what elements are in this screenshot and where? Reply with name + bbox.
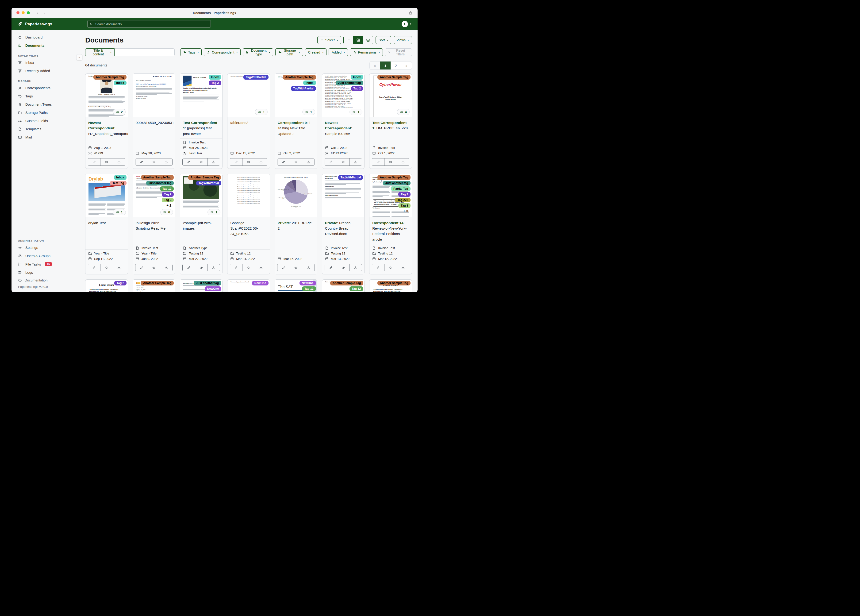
view-document-button[interactable] [384, 159, 397, 165]
sidebar-item-mail[interactable]: Mail [11, 133, 80, 141]
document-card[interactable]: French Country BreadFor the LeavenMake t… [322, 174, 365, 274]
page-button-«[interactable]: « [370, 61, 380, 69]
filter-added-button[interactable]: Added▾ [329, 48, 348, 56]
title-content-dropdown-button[interactable]: Title & content▾ [85, 48, 115, 56]
filter-correspondent-button[interactable]: Correspondent▾ [204, 48, 240, 56]
tag-pill[interactable]: Tag 2 [351, 86, 363, 91]
minimize-window-button[interactable] [22, 11, 25, 14]
download-document-button[interactable] [113, 159, 125, 165]
tag-pill[interactable]: Inbox [114, 80, 126, 85]
tag-pill[interactable]: Another Sample Tag [377, 281, 411, 286]
comments-badge[interactable]: 1 [302, 109, 315, 115]
document-correspondent[interactable]: Test Correspondent 1 [372, 121, 406, 130]
sidebar-item-settings[interactable]: Settings [11, 244, 80, 251]
document-card[interactable]: Another Sample TagTagWithPartial12sample… [180, 174, 223, 274]
tag-pill[interactable]: Inbox [351, 75, 363, 80]
grid-view-button[interactable] [353, 36, 363, 44]
sidebar-item-recently-added[interactable]: Recently Added [11, 67, 80, 75]
edit-document-button[interactable] [325, 264, 337, 271]
document-card[interactable]: Francja pod rzNAPOLEON BONAPARTEDojście … [85, 74, 128, 169]
comments-badge[interactable]: 1 [255, 109, 268, 115]
page-button-2[interactable]: 2 [391, 61, 401, 69]
tag-pill[interactable]: NewOne [252, 281, 268, 286]
sidebar-item-inbox[interactable]: Inbox [11, 58, 80, 67]
document-title[interactable]: Correspondent 14: Review-of-New-York-Fed… [369, 217, 412, 244]
document-card[interactable]: ❋ BANK OF SCOTLANDBank of Scotland · 108… [133, 74, 175, 169]
views-dropdown-button[interactable]: Views▾ [394, 36, 412, 44]
sidebar-item-file-tasks[interactable]: File Tasks16 [11, 260, 80, 268]
document-card[interactable]: DrylabInboxTest Tag1drylab TestYear - Ti… [85, 174, 128, 274]
tag-pill[interactable]: Another Sample Tag [283, 75, 316, 80]
filter-document-type-button[interactable]: Document type▾ [243, 48, 273, 56]
tag-pill[interactable]: TagWithPartial [291, 86, 316, 91]
filter-created-button[interactable]: Created▾ [305, 48, 327, 56]
zoom-window-button[interactable] [27, 11, 30, 14]
download-document-button[interactable] [255, 159, 267, 165]
comments-badge[interactable]: 1 [350, 109, 363, 115]
document-card[interactable]: Serial Number,Company Name,Employe 97881… [322, 74, 365, 169]
view-document-button[interactable] [100, 264, 113, 271]
tag-pill[interactable]: Another Sample Tag [188, 175, 221, 180]
view-document-button[interactable] [195, 159, 207, 165]
tag-pill[interactable]: Another Sample Tag [330, 281, 363, 286]
app-brand[interactable]: Paperless-ngx [11, 22, 80, 26]
filter-permissions-button[interactable]: Permissions▾ [350, 48, 383, 56]
download-document-button[interactable] [113, 264, 125, 271]
view-document-button[interactable] [337, 264, 349, 271]
tag-pill[interactable]: Another Sample Tag [377, 75, 411, 80]
edit-document-button[interactable] [230, 159, 242, 165]
sidebar-item-correspondents[interactable]: Correspondents [11, 84, 80, 92]
search-input[interactable] [95, 22, 208, 26]
edit-document-button[interactable] [88, 264, 100, 271]
tag-pill[interactable]: Tag 12 [160, 186, 174, 191]
sidebar-item-users-groups[interactable]: Users & Groups [11, 251, 80, 260]
edit-document-button[interactable] [135, 264, 148, 271]
document-correspondent[interactable]: Correspondent 14 [372, 221, 403, 225]
browser-forward-button[interactable] [43, 11, 46, 14]
sidebar-item-logs[interactable]: Logs [11, 268, 80, 277]
document-card[interactable]: This is a multi page document. Page 1.Ne… [227, 279, 270, 292]
document-card[interactable]: Test Name123-456-7890January 2, 2022 Jul… [133, 279, 175, 292]
edit-document-button[interactable] [278, 264, 290, 271]
tag-pill[interactable]: Test Tag [110, 181, 127, 185]
view-document-button[interactable] [148, 264, 160, 271]
document-card[interactable]: This is a test for the double space char… [227, 174, 270, 274]
document-title[interactable]: Correspondent 9: 1 Testing New Title Upd… [275, 117, 317, 149]
sidebar-item-dashboard[interactable]: Dashboard [11, 33, 80, 41]
detail-view-button[interactable] [363, 36, 373, 44]
document-card[interactable]: Patient BP Distribution 2011Isolated Sys… [275, 174, 317, 274]
user-menu[interactable]: ▾ [402, 21, 411, 27]
view-document-button[interactable] [242, 159, 255, 165]
title-content-filter-input[interactable] [115, 48, 175, 56]
tag-pill[interactable]: Tag 12 [302, 286, 316, 291]
sidebar-item-custom-fields[interactable]: Custom Fields [11, 117, 80, 125]
document-card[interactable]: Country,Region/State,"TagWithPartial1tab… [227, 74, 270, 169]
sort-dropdown-button[interactable]: Sort▾ [375, 36, 391, 44]
download-document-button[interactable] [349, 264, 362, 271]
document-title[interactable]: drylab Test [85, 217, 128, 249]
view-document-button[interactable] [242, 264, 255, 271]
share-button[interactable] [409, 11, 413, 15]
view-document-button[interactable] [337, 159, 349, 165]
edit-document-button[interactable] [88, 159, 100, 165]
document-correspondent[interactable]: Private [278, 221, 290, 225]
download-document-button[interactable] [207, 159, 220, 165]
tag-pill[interactable]: Just another tag [383, 181, 411, 185]
download-document-button[interactable] [160, 159, 173, 165]
tag-pill[interactable]: Just another tag [146, 181, 174, 185]
document-title[interactable]: 2sample-pdf-with-images [180, 217, 222, 244]
sidebar-item-document-types[interactable]: Document Types [11, 100, 80, 108]
tag-pill[interactable]: TagWithPartial [243, 75, 268, 80]
filter-storage-path-button[interactable]: Storage path▾ [275, 48, 303, 56]
edit-document-button[interactable] [372, 264, 384, 271]
sidebar-item-tags[interactable]: Tags [11, 92, 80, 100]
tag-pill[interactable]: NewOne [300, 281, 316, 286]
document-title[interactable]: Private: 2011 BP Pie 2 [275, 217, 317, 255]
sidebar-collapse-button[interactable]: « [76, 54, 82, 60]
document-card[interactable]: AdobeThis document contains inInDesign S… [133, 174, 175, 274]
tag-pill[interactable]: Just another tag [194, 281, 221, 286]
comments-badge[interactable]: 1 [113, 209, 126, 215]
download-document-button[interactable] [302, 159, 314, 165]
reset-filters-button[interactable]: Reset filters [385, 48, 412, 56]
tag-pill[interactable]: Tag 3 [398, 203, 411, 208]
